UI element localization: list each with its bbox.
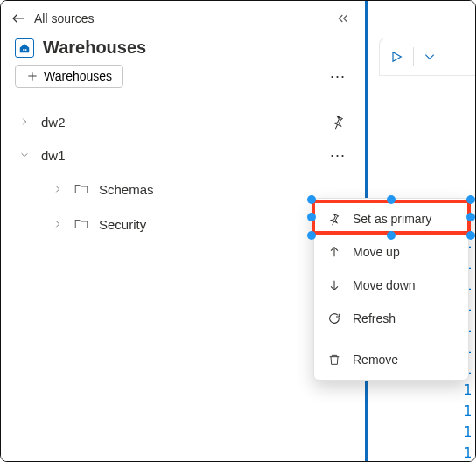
page-title: Warehouses <box>43 38 146 58</box>
tree-item-label: Security <box>99 217 350 232</box>
back-arrow-icon[interactable] <box>10 10 27 27</box>
tree-item-label: dw2 <box>41 115 315 130</box>
folder-icon <box>73 181 90 197</box>
ctx-item-label: Remove <box>353 353 398 367</box>
refresh-icon <box>326 311 342 326</box>
svg-marker-5 <box>393 52 401 62</box>
context-menu: Set as primary Move up Move down Refresh… <box>313 198 469 381</box>
trash-icon <box>326 352 342 368</box>
breadcrumb: All sources <box>1 1 360 32</box>
tree-item-dw2[interactable]: dw2 <box>18 105 350 138</box>
page-heading: Warehouses <box>1 32 360 65</box>
folder-icon <box>73 216 90 232</box>
more-actions-icon[interactable]: ··· <box>326 144 350 165</box>
collapse-panel-icon[interactable] <box>334 10 352 27</box>
ctx-item-label: Set as primary <box>353 212 431 226</box>
breadcrumb-label[interactable]: All sources <box>34 11 327 25</box>
toolbar: Warehouses ··· <box>1 65 360 98</box>
warehouse-icon <box>15 38 34 58</box>
divider <box>413 47 414 66</box>
ctx-move-down[interactable]: Move down <box>314 269 468 302</box>
run-button[interactable] <box>387 47 406 66</box>
plus-icon <box>26 70 38 82</box>
arrow-up-icon <box>326 244 342 260</box>
chevron-down-icon <box>18 148 31 162</box>
svg-rect-1 <box>23 49 24 51</box>
ctx-remove[interactable]: Remove <box>314 343 468 376</box>
run-toolbar <box>379 38 475 76</box>
ctx-item-label: Move down <box>353 278 416 292</box>
tree-item-label: dw1 <box>41 148 315 163</box>
tree-item-label: Schemas <box>99 182 350 197</box>
chevron-right-icon <box>18 115 31 129</box>
ctx-item-label: Refresh <box>353 312 396 326</box>
ctx-set-as-primary[interactable]: Set as primary <box>314 202 468 235</box>
tree-item-security[interactable]: Security <box>52 206 350 242</box>
tree-children: Schemas Security <box>18 172 350 242</box>
tree-item-schemas[interactable]: Schemas <box>52 172 350 206</box>
pin-icon[interactable] <box>326 114 350 130</box>
ctx-refresh[interactable]: Refresh <box>314 302 468 335</box>
run-dropdown-button[interactable] <box>421 48 438 66</box>
tree: dw2 dw1 ··· <box>1 98 360 242</box>
ctx-move-up[interactable]: Move up <box>314 235 468 269</box>
add-warehouse-button[interactable]: Warehouses <box>15 65 123 88</box>
arrow-down-icon <box>326 277 342 293</box>
ctx-item-label: Move up <box>353 245 400 259</box>
svg-rect-2 <box>25 49 27 51</box>
chevron-right-icon <box>52 182 64 196</box>
add-button-label: Warehouses <box>44 69 112 83</box>
pin-icon <box>326 211 342 227</box>
tree-item-dw1[interactable]: dw1 ··· <box>18 138 350 172</box>
divider <box>314 339 468 340</box>
sidebar: All sources Warehouses <box>1 1 361 461</box>
more-actions-button[interactable]: ··· <box>326 66 350 87</box>
chevron-right-icon <box>52 217 64 231</box>
